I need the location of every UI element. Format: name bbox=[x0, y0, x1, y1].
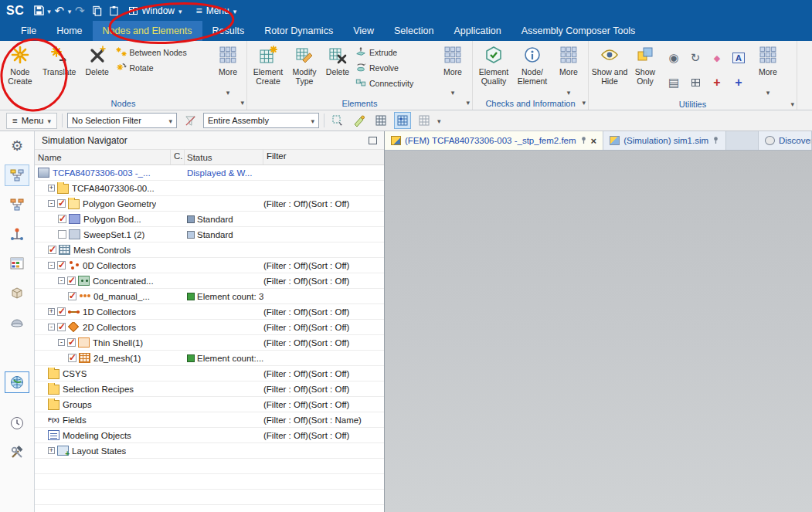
post-processing-navigator-button[interactable] bbox=[5, 194, 29, 215]
doc-tab-fem[interactable]: (FEM) TCFA84073306-003 -_stp_fem2.fem × bbox=[385, 131, 603, 150]
group-dialog-arrow-icon[interactable] bbox=[582, 97, 586, 107]
tab-selection[interactable]: Selection bbox=[384, 21, 443, 41]
group-dialog-arrow-icon[interactable] bbox=[466, 97, 470, 107]
group-label-nodes[interactable]: Nodes bbox=[0, 97, 246, 110]
table-grid-icon[interactable] bbox=[372, 112, 389, 129]
node-create-button[interactable]: Node Create bbox=[2, 42, 39, 86]
tab-nodes-and-elements[interactable]: Nodes and Elements bbox=[93, 21, 202, 41]
tab-application[interactable]: Application bbox=[443, 21, 511, 41]
sidebar-gear-button[interactable]: ⚙ bbox=[5, 135, 29, 157]
tree-row[interactable]: Groups (Filter : Off)(Sort : Off) bbox=[35, 397, 384, 412]
tree-row[interactable]: SweepSet.1 (2) Standard bbox=[35, 227, 384, 242]
checks-more-button[interactable]: More bbox=[552, 42, 586, 97]
refresh-icon[interactable]: ↻ bbox=[685, 46, 705, 70]
tab-assembly-composer-tools[interactable]: Assembly Composer Tools bbox=[511, 21, 646, 41]
visibility-checkbox[interactable] bbox=[48, 246, 56, 254]
tab-view[interactable]: View bbox=[343, 21, 384, 41]
column-header-c[interactable]: C. bbox=[171, 150, 185, 164]
visibility-checkbox[interactable] bbox=[58, 230, 66, 239]
expander-icon[interactable]: - bbox=[48, 200, 55, 207]
tree-row[interactable]: Fields (Filter : Off)(Sort : Name) bbox=[35, 412, 384, 428]
tab-file[interactable]: File bbox=[11, 21, 46, 41]
tree-row[interactable]: 2d_mesh(1) Element count:... bbox=[35, 351, 384, 366]
visibility-checkbox[interactable] bbox=[68, 292, 76, 300]
doc-tab-sim[interactable]: (Simulation) sim1.sim bbox=[603, 131, 726, 150]
tree-row[interactable]: TCFA84073306-003 -_... Displayed & W... bbox=[35, 165, 384, 181]
delete-node-button[interactable]: Delete bbox=[80, 42, 114, 85]
group-dialog-arrow-icon[interactable] bbox=[790, 99, 794, 108]
node-element-info-button[interactable]: Node/ Element bbox=[513, 42, 552, 86]
new-window-icon[interactable] bbox=[685, 71, 705, 94]
constraint-navigator-button[interactable] bbox=[5, 223, 29, 245]
redo-icon[interactable]: ↷ bbox=[71, 2, 88, 19]
doc-tab-discover[interactable]: Discover bbox=[758, 131, 812, 150]
close-tab-icon[interactable]: × bbox=[591, 136, 597, 146]
tree-row[interactable]: Mesh Controls bbox=[35, 242, 384, 258]
hd3d-tools-button[interactable] bbox=[5, 311, 29, 333]
expander-icon[interactable]: - bbox=[58, 277, 65, 284]
group-label-checks[interactable]: Checks and Information bbox=[473, 97, 588, 110]
marker-diamond-icon[interactable]: ◆ bbox=[707, 46, 727, 70]
undo-icon[interactable]: ↶ bbox=[51, 2, 68, 19]
tree-row[interactable]: CSYS (Filter : Off)(Sort : Off) bbox=[35, 366, 384, 381]
tree-row[interactable]: 0d_manual_... Element count: 3 bbox=[35, 289, 384, 304]
delete-element-button[interactable]: Delete bbox=[321, 42, 354, 85]
expander-icon[interactable]: - bbox=[48, 262, 55, 269]
expander-icon[interactable]: - bbox=[48, 324, 55, 331]
undock-icon[interactable] bbox=[369, 137, 377, 144]
web-browser-button[interactable] bbox=[5, 371, 29, 393]
between-nodes-button[interactable]: Between Nodes bbox=[116, 46, 210, 59]
annotation-letter-icon[interactable]: A bbox=[729, 46, 749, 70]
copy-icon[interactable] bbox=[88, 2, 105, 19]
element-quality-button[interactable]: Element Quality bbox=[474, 42, 513, 86]
tree-row[interactable]: Polygon Bod... Standard bbox=[35, 212, 384, 227]
expander-icon[interactable]: + bbox=[48, 185, 55, 192]
visibility-checkbox[interactable] bbox=[57, 307, 66, 316]
tree-row[interactable]: - 0D Collectors (Filter : Off)(Sort : Of… bbox=[35, 258, 384, 273]
pin-icon[interactable] bbox=[712, 136, 719, 146]
rotate-node-button[interactable]: Rotate bbox=[116, 61, 210, 74]
window-menu-button[interactable]: Window bbox=[122, 0, 189, 21]
tree-row[interactable]: + 1D Collectors (Filter : Off)(Sort : Of… bbox=[35, 304, 384, 320]
add-marker-icon[interactable]: + bbox=[707, 71, 727, 94]
highlight-brush-icon[interactable] bbox=[351, 112, 368, 129]
column-header-filter[interactable]: Filter bbox=[263, 150, 384, 164]
menu-button[interactable]: ≡ Menu bbox=[6, 113, 57, 129]
3d-viewport[interactable] bbox=[385, 151, 812, 512]
reuse-library-button[interactable] bbox=[5, 253, 29, 274]
modify-type-button[interactable]: Modify Type bbox=[287, 42, 321, 86]
tab-home[interactable]: Home bbox=[46, 21, 92, 41]
expander-icon[interactable]: - bbox=[58, 339, 65, 346]
snap-grid-icon[interactable] bbox=[394, 112, 411, 129]
show-only-button[interactable]: Show Only bbox=[629, 42, 661, 86]
history-button[interactable] bbox=[5, 412, 29, 434]
visibility-checkbox[interactable] bbox=[57, 199, 66, 208]
connectivity-button[interactable]: Connectivity bbox=[355, 76, 434, 90]
expander-icon[interactable]: + bbox=[48, 308, 55, 315]
tab-rotor-dynamics[interactable]: Rotor Dynamics bbox=[254, 21, 343, 41]
visibility-checkbox[interactable] bbox=[67, 276, 76, 285]
tree-row[interactable]: Selection Recipes (Filter : Off)(Sort : … bbox=[35, 381, 384, 397]
visibility-checkbox[interactable] bbox=[58, 215, 66, 223]
revolve-button[interactable]: Revolve bbox=[355, 61, 434, 74]
paste-icon[interactable] bbox=[105, 2, 122, 19]
group-label-utilities[interactable]: Utilities bbox=[589, 98, 797, 110]
tree-row[interactable]: Modeling Objects (Filter : Off)(Sort : O… bbox=[35, 428, 384, 443]
visibility-icon[interactable]: ◉ bbox=[664, 46, 684, 70]
show-and-hide-button[interactable]: Show and Hide bbox=[590, 42, 629, 86]
tree-row[interactable]: - Concentrated... (Filter : Off)(Sort : … bbox=[35, 273, 384, 289]
visibility-checkbox[interactable] bbox=[68, 354, 76, 362]
tree-row[interactable]: - Polygon Geometry (Filter : Off)(Sort :… bbox=[35, 196, 384, 212]
column-header-name[interactable]: Name bbox=[35, 150, 171, 164]
nodes-more-button[interactable]: More bbox=[211, 42, 245, 97]
column-header-status[interactable]: Status bbox=[185, 150, 263, 164]
elements-more-button[interactable]: More bbox=[436, 42, 470, 97]
expander-icon[interactable]: + bbox=[48, 447, 55, 454]
toolbar-overflow-arrow-icon[interactable] bbox=[437, 115, 441, 126]
save-icon[interactable] bbox=[30, 2, 47, 19]
element-create-button[interactable]: Element Create bbox=[249, 42, 287, 86]
add-label-icon[interactable]: + bbox=[729, 71, 749, 94]
tab-results[interactable]: Results bbox=[202, 21, 255, 41]
tree-row[interactable]: + Layout States bbox=[35, 443, 384, 459]
visibility-checkbox[interactable] bbox=[57, 261, 66, 270]
